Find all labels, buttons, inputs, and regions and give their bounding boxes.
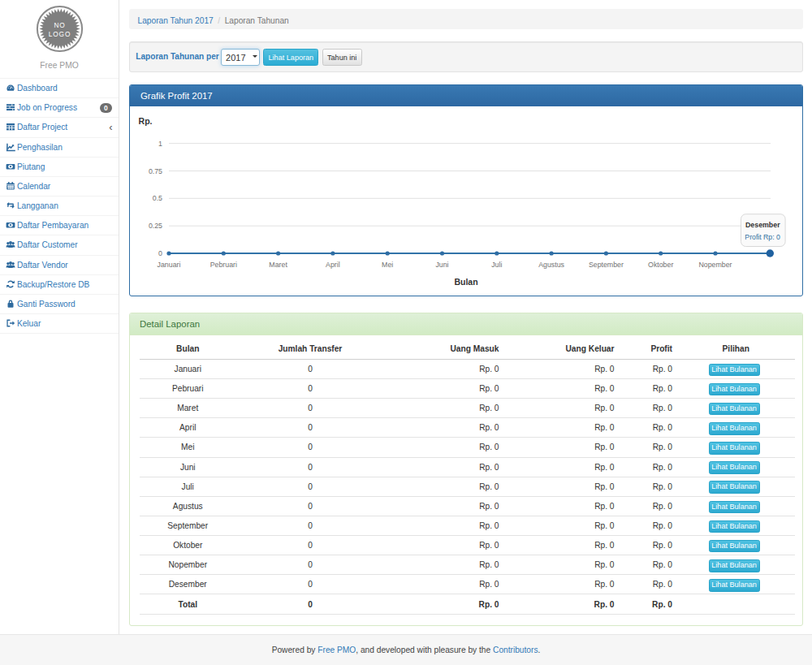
svg-text:September: September xyxy=(588,260,623,268)
svg-text:0.5: 0.5 xyxy=(152,194,162,202)
svg-text:Desember: Desember xyxy=(745,221,780,229)
svg-text:Profit Rp: 0: Profit Rp: 0 xyxy=(745,232,780,240)
svg-text:Agustus: Agustus xyxy=(538,260,564,268)
svg-text:0.75: 0.75 xyxy=(148,166,162,175)
svg-text:0: 0 xyxy=(158,249,162,257)
svg-text:April: April xyxy=(326,260,340,268)
svg-text:Juni: Juni xyxy=(435,260,448,268)
svg-text:LOGO: LOGO xyxy=(49,30,71,38)
svg-text:Maret: Maret xyxy=(269,260,287,268)
svg-text:NO: NO xyxy=(54,21,65,29)
svg-text:Rp.: Rp. xyxy=(138,116,152,126)
svg-text:Bulan: Bulan xyxy=(454,276,477,286)
svg-text:Nopember: Nopember xyxy=(698,260,732,268)
svg-text:Januari: Januari xyxy=(157,260,180,268)
svg-text:Pebruari: Pebruari xyxy=(209,260,236,268)
svg-text:Mei: Mei xyxy=(382,260,393,268)
svg-text:0.25: 0.25 xyxy=(148,222,162,230)
svg-text:1: 1 xyxy=(158,139,162,147)
svg-text:Oktober: Oktober xyxy=(648,260,673,268)
svg-text:Juli: Juli xyxy=(491,260,502,268)
